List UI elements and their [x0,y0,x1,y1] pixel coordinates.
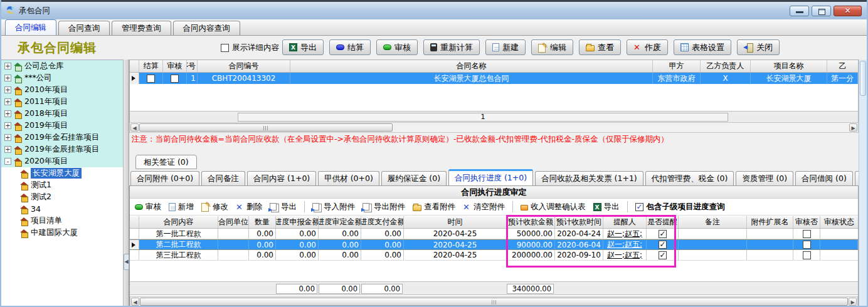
audit-checkbox[interactable] [171,75,179,83]
export-attachment-button[interactable]: 导出附件 [363,202,405,212]
remind-checkbox[interactable] [659,251,667,259]
progress-excel-export-button[interactable]: 导出 [593,202,620,212]
scrollbar-thumb[interactable] [139,123,393,132]
tab-contract-content-query[interactable]: 合同内容查询 [173,21,240,35]
scroll-right-icon[interactable]: ▶ [849,298,857,306]
scrollbar-thumb[interactable] [140,298,848,306]
tab-contract-borrowing[interactable]: 合同借阅 (0) [795,171,853,185]
scrollbar-thumb[interactable] [860,61,866,96]
tree-item-2019[interactable]: +2019年项目 [1,120,123,132]
reminder-names[interactable]: 赵一;赵五; [607,250,642,260]
audit-button[interactable]: 审核 [376,39,418,55]
collapse-tree-icon[interactable]: ◀ [124,254,129,270]
progress-export-button[interactable]: 导出 [270,202,297,212]
audit-flag-checkbox[interactable] [803,251,811,259]
export-button[interactable]: 导出 [282,39,324,55]
tab-contract-remarks[interactable]: 合同备注 [201,171,245,185]
progress-delete-button[interactable]: 删除 [236,202,262,212]
scroll-left-icon[interactable]: ◀ [131,298,139,306]
settle-checkbox[interactable] [147,75,155,83]
expand-icon[interactable]: + [4,122,11,129]
settle-button[interactable]: 结算 [329,39,371,55]
contracts-horizontal-scrollbar[interactable]: ◀ ▶ [129,122,859,133]
house-icon [14,146,22,154]
tab-contract-edit[interactable]: 合同编辑 [5,19,56,35]
recalculate-button[interactable]: 重新计算 [423,39,480,55]
expand-icon[interactable]: + [4,86,11,93]
tree-item-test2[interactable]: 测试2 [1,191,123,203]
audit-flag-checkbox[interactable] [803,241,811,249]
tree-item-2010[interactable]: +2010年项目 [1,84,123,96]
tree-item-2019-jinchen[interactable]: +2019年金辰挂靠项目 [1,143,123,155]
show-detail-label: 展示详细内容 [232,43,279,53]
tab-contract-attachments[interactable]: 合同附件 (0+0) [130,171,199,185]
progress-modify-button[interactable]: 修改 [201,202,228,212]
minimize-button[interactable] [790,6,809,16]
progress-audit-button[interactable]: 审核 [135,202,161,212]
edit-button[interactable]: 编辑 [531,39,573,55]
progress-row-2[interactable]: 第二批工程款 0.00 0.00 0.00 0.00 2020-04-25 90… [130,239,858,250]
expand-icon[interactable]: + [4,146,11,153]
include-children-checkbox[interactable] [635,203,643,211]
view-button[interactable]: 查看 [579,39,621,55]
contract-row[interactable]: 1 CBHT200413302 长安湖景大厦总包合同 东营市政府 X 长安湖景大… [130,73,858,84]
expand-icon[interactable]: + [4,110,11,117]
tree-item-company-warehouse[interactable]: +公司总仓库 [1,60,123,72]
tree-item-company[interactable]: +***公司 [1,72,123,84]
clear-attachment-button[interactable]: 清空附件 [463,202,505,212]
show-detail-checkbox[interactable] [221,44,229,52]
tree-item-2011[interactable]: +2011年项目 [1,96,123,108]
vertical-scrollbar[interactable] [859,60,867,306]
tab-contract-progress[interactable]: 合同执行进度 (1+0) [448,169,533,185]
expand-icon[interactable]: + [4,75,11,81]
view-attachment-button[interactable]: 查看附件 [413,202,455,212]
tab-owner-supplied[interactable]: 甲供材 (0+0) [318,171,379,185]
expand-icon[interactable]: + [4,98,11,105]
progress-row-3[interactable]: 第三批工程款 0.00 0.00 0.00 0.00 2020-04-25 20… [130,250,858,261]
cell-code: CBHT200413302 [198,73,290,84]
table-settings-icon [680,43,689,51]
scroll-right-icon[interactable]: ▶ [849,123,857,132]
tree-item-project-list[interactable]: 项目清单 [1,215,123,227]
tab-qualification-mgmt[interactable]: 资质管理 (0) [736,171,793,185]
table-settings-button[interactable]: 表格设置 [674,39,731,55]
tab-related-signatures[interactable]: 相关签证 (0) [135,155,197,169]
col-expect-date: 预计收款时间 [555,216,603,228]
close-page-button[interactable]: 关闭 [737,39,780,55]
tree-item-test1[interactable]: 测试1 [1,179,123,191]
tree-item-2018[interactable]: +2018年项目 [1,108,123,120]
income-adjust-button[interactable]: 收入调整确认表 [521,202,586,212]
remind-checkbox[interactable] [659,230,667,238]
close-button[interactable] [834,6,862,16]
col-unit: 合同单位 [218,216,249,228]
tree-item-zhongjian[interactable]: 中建国际大厦 [1,227,123,239]
remind-checkbox[interactable] [659,241,667,249]
tab-mgmt-fee-query[interactable]: 管理费查询 [112,21,171,35]
progress-row-1[interactable]: 第一批工程款 0.00 0.00 0.00 0.00 2020-04-25 50… [130,229,858,239]
void-icon [633,43,642,51]
titlebar: 承包合同 [0,2,868,19]
tab-contract-query[interactable]: 合同查询 [58,21,110,35]
tab-performance-bond[interactable]: 履约保证金 (0) [381,171,447,185]
void-button[interactable]: 作废 [627,39,668,55]
tab-receipts-invoices[interactable]: 合同收款及相关发票 (1+1) [535,171,643,185]
tree-item-2019-jinshi[interactable]: +2019年金石挂靠项目 [1,132,123,143]
progress-add-button[interactable]: 新增 [169,202,194,212]
tab-withheld-fees-taxes[interactable]: 代扣管理费、税金 (0) [645,171,734,185]
audit-flag-checkbox[interactable] [803,230,811,238]
reminder-names[interactable]: 赵一;赵五; [607,240,642,249]
expand-icon[interactable]: + [4,134,11,141]
scroll-left-icon[interactable]: ◀ [130,123,139,132]
collapse-icon[interactable]: - [4,158,11,165]
tree-item-34[interactable]: 34 [1,203,123,215]
tree-splitter[interactable]: ◀ [123,60,129,307]
restore-button[interactable] [812,6,831,16]
tab-contract-content[interactable]: 合同内容 (1+0) [247,171,316,185]
reminder-names[interactable]: 赵一;赵五; [607,229,642,239]
progress-horizontal-scrollbar[interactable]: ◀ ▶ [130,296,858,307]
tree-item-2020[interactable]: -2020年项目 [1,155,123,167]
new-button[interactable]: 新建 [485,39,526,55]
tree-item-changan-lakeview[interactable]: 长安湖景大厦 [1,167,123,179]
expand-icon[interactable]: + [4,63,11,70]
import-attachment-button[interactable]: 导入附件 [312,202,355,212]
